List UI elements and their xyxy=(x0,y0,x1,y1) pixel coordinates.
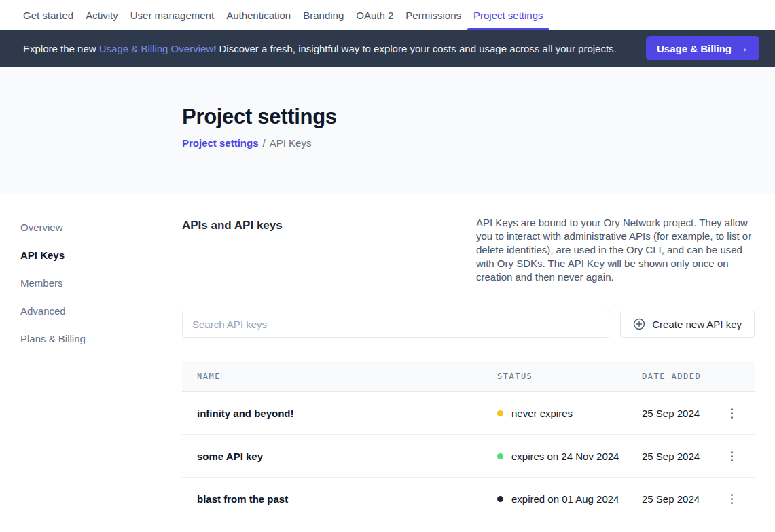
api-key-name: some API key xyxy=(197,450,497,462)
arrow-right-icon: → xyxy=(738,42,749,54)
column-header-status: STATUS xyxy=(497,372,642,381)
settings-sidebar: Overview API Keys Members Advanced Plans… xyxy=(0,216,182,520)
tab-authentication[interactable]: Authentication xyxy=(220,0,297,30)
content-area: Overview API Keys Members Advanced Plans… xyxy=(0,194,775,520)
column-header-date-added: DATE ADDED xyxy=(642,372,718,381)
sidebar-item-plans-billing[interactable]: Plans & Billing xyxy=(20,327,182,350)
banner-message: Explore the new Usage & Billing Overview… xyxy=(23,43,617,54)
tab-user-management[interactable]: User management xyxy=(124,0,220,30)
plus-circle-icon xyxy=(633,318,645,330)
api-key-status: never expires xyxy=(497,408,642,419)
section-header: APIs and API keys API Keys are bound to … xyxy=(182,216,755,284)
banner-text-suffix: ! Discover a fresh, insightful way to ex… xyxy=(213,43,617,54)
breadcrumb-current: API Keys xyxy=(270,137,312,149)
breadcrumb-separator: / xyxy=(263,137,266,149)
api-key-date-added: 25 Sep 2024 xyxy=(642,450,718,462)
table-header-row: NAME STATUS DATE ADDED xyxy=(182,361,755,392)
sidebar-item-api-keys[interactable]: API Keys xyxy=(20,244,182,266)
usage-billing-banner: Explore the new Usage & Billing Overview… xyxy=(0,30,775,67)
tab-oauth2[interactable]: OAuth 2 xyxy=(350,0,399,30)
table-row: blast from the past expired on 01 Aug 20… xyxy=(182,478,755,520)
create-api-key-label: Create new API key xyxy=(652,319,742,330)
api-key-status: expired on 01 Aug 2024 xyxy=(497,493,642,505)
row-actions-kebab-icon[interactable] xyxy=(723,405,740,421)
breadcrumb: Project settings / API Keys xyxy=(182,137,775,149)
status-dot-icon xyxy=(497,453,503,459)
tab-project-settings[interactable]: Project settings xyxy=(467,0,549,30)
search-input[interactable] xyxy=(182,311,609,338)
section-description: API Keys are bound to your Ory Network p… xyxy=(476,216,755,284)
api-key-date-added: 25 Sep 2024 xyxy=(642,493,718,505)
sidebar-item-overview[interactable]: Overview xyxy=(20,216,182,238)
api-keys-toolbar: Create new API key xyxy=(182,311,755,338)
page-title: Project settings xyxy=(182,105,775,129)
create-api-key-button[interactable]: Create new API key xyxy=(620,311,755,338)
table-row: infinity and beyond! never expires 25 Se… xyxy=(182,392,755,435)
row-actions-kebab-icon[interactable] xyxy=(723,448,740,464)
tab-activity[interactable]: Activity xyxy=(79,0,124,30)
main-panel: APIs and API keys API Keys are bound to … xyxy=(182,216,775,520)
api-key-name: blast from the past xyxy=(197,493,497,505)
usage-billing-overview-link[interactable]: Usage & Billing Overview xyxy=(99,43,213,54)
status-dot-icon xyxy=(497,496,503,502)
column-header-name: NAME xyxy=(197,372,497,381)
tab-get-started[interactable]: Get started xyxy=(17,0,79,30)
status-dot-icon xyxy=(497,410,503,416)
breadcrumb-project-settings-link[interactable]: Project settings xyxy=(182,137,259,149)
sidebar-item-advanced[interactable]: Advanced xyxy=(20,300,182,322)
usage-billing-button[interactable]: Usage & Billing → xyxy=(646,36,759,60)
tab-permissions[interactable]: Permissions xyxy=(399,0,467,30)
usage-billing-button-label: Usage & Billing xyxy=(657,43,732,54)
row-actions-kebab-icon[interactable] xyxy=(723,491,740,507)
section-title: APIs and API keys xyxy=(182,216,283,232)
top-navigation: Get started Activity User management Aut… xyxy=(0,0,775,30)
api-keys-table: NAME STATUS DATE ADDED infinity and beyo… xyxy=(182,361,755,520)
status-text: never expires xyxy=(511,408,573,419)
sidebar-item-members[interactable]: Members xyxy=(20,272,182,294)
page-header: Project settings Project settings / API … xyxy=(0,67,775,194)
status-text: expires on 24 Nov 2024 xyxy=(511,450,619,462)
api-key-status: expires on 24 Nov 2024 xyxy=(497,450,642,462)
api-key-date-added: 25 Sep 2024 xyxy=(642,408,718,419)
banner-text-prefix: Explore the new xyxy=(23,43,99,54)
api-key-name: infinity and beyond! xyxy=(197,408,497,419)
table-row: some API key expires on 24 Nov 2024 25 S… xyxy=(182,435,755,478)
tab-branding[interactable]: Branding xyxy=(297,0,350,30)
status-text: expired on 01 Aug 2024 xyxy=(511,493,619,505)
